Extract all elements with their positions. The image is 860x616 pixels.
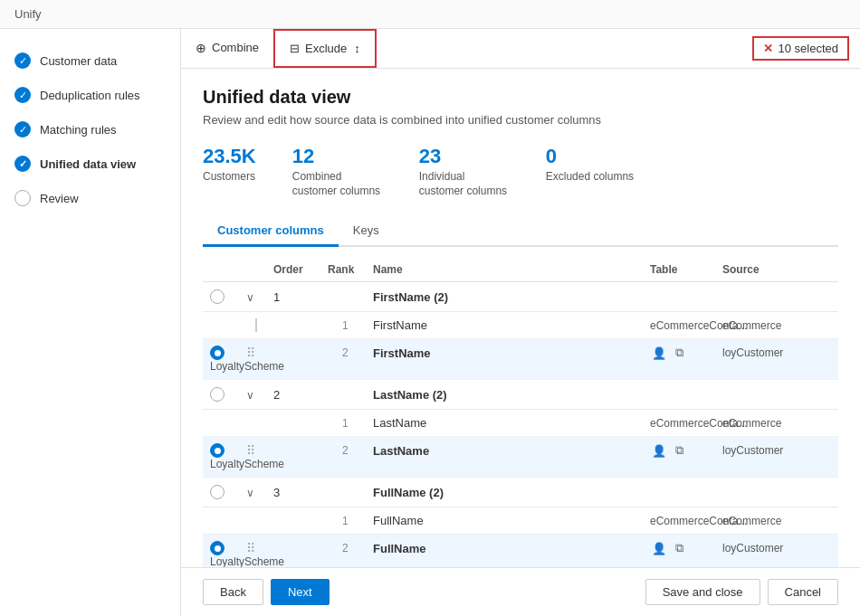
tab-keys[interactable]: Keys — [339, 216, 394, 247]
group-radio-3[interactable] — [210, 485, 246, 499]
group-order-1: 1 — [273, 290, 328, 304]
sub-rank-3-1: 1 — [328, 515, 373, 527]
stat-customers-label: Customers — [203, 170, 256, 185]
combine-button[interactable]: ⊕ Combine — [181, 29, 273, 68]
copy-icon[interactable]: ⧉ — [675, 443, 683, 458]
stat-combined: 12 Combined customer columns — [292, 145, 383, 198]
page-content: Unified data view Review and edit how so… — [181, 69, 860, 567]
tab-customer-columns-label: Customer columns — [217, 223, 324, 237]
sidebar-item-review[interactable]: Review — [0, 181, 180, 215]
stat-customers: 23.5K Customers — [203, 145, 256, 198]
group-chevron-1[interactable]: ∨ — [246, 290, 273, 304]
drag-icon[interactable]: ⠿ — [246, 541, 255, 555]
sidebar-item-customer-data[interactable]: ✓ Customer data — [0, 43, 180, 78]
group-name-1: FirstName (2) — [373, 290, 650, 304]
radio-circle-checked[interactable] — [210, 346, 225, 360]
group-radio-1[interactable] — [210, 289, 246, 304]
combine-label: Combine — [212, 41, 259, 54]
sub-table-2-1: eCommerceContа... — [650, 417, 722, 430]
stat-individual-value: 23 — [419, 145, 510, 168]
table-row: ⠿ 2 LastName 👤 ⧉ loyCustomer LoyaltySche… — [203, 437, 838, 478]
footer-left: Back Next — [203, 579, 330, 605]
sidebar-label-matching: Matching rules — [40, 123, 117, 137]
app-title-text: Unify — [14, 7, 42, 21]
page-title: Unified data view — [203, 87, 838, 108]
tab-keys-label: Keys — [353, 223, 379, 237]
back-button[interactable]: Back — [203, 579, 263, 605]
combine-icon: ⊕ — [196, 41, 206, 55]
app-container: Unify ✓ Customer data ✓ Deduplication ru… — [0, 0, 860, 616]
radio-circle[interactable] — [210, 485, 225, 499]
sub-radio-1-2[interactable] — [210, 346, 246, 360]
sidebar-item-matching-rules[interactable]: ✓ Matching rules — [0, 112, 180, 147]
copy-icon[interactable]: ⧉ — [675, 541, 683, 555]
tab-bar: Customer columns Keys — [203, 216, 838, 247]
check-icon-matching: ✓ — [14, 121, 31, 137]
sub-radio-2-2[interactable] — [210, 443, 246, 458]
footer: Back Next Save and close Cancel — [181, 567, 860, 616]
check-icon-unified: ✓ — [14, 156, 31, 172]
sub-drag-1-2[interactable]: ⠿ — [246, 346, 273, 360]
sub-name-1-1: FirstName — [373, 318, 650, 332]
stat-combined-label: Combined customer columns — [292, 170, 383, 198]
group-radio-2[interactable] — [210, 387, 246, 402]
sub-name-3-2: FullName — [373, 542, 650, 555]
table-row: 1 LastName eCommerceContа... eCommerce — [203, 410, 838, 437]
chevron-down-icon[interactable]: ∨ — [246, 291, 254, 304]
chevron-down-icon[interactable]: ∨ — [246, 487, 254, 499]
copy-icon[interactable]: ⧉ — [675, 346, 683, 360]
sidebar-item-dedup-rules[interactable]: ✓ Deduplication rules — [0, 78, 180, 112]
page-subtitle: Review and edit how source data is combi… — [203, 113, 838, 127]
col-source: Source — [722, 263, 831, 276]
sidebar-label-unified: Unified data view — [40, 157, 136, 171]
toolbar-right: ✕ 10 selected — [741, 36, 861, 61]
radio-circle-checked[interactable] — [210, 541, 225, 555]
sub-actions-1-2: 👤 ⧉ — [650, 346, 722, 360]
next-label: Next — [288, 585, 312, 599]
sub-drag-3-2[interactable]: ⠿ — [246, 541, 273, 555]
sub-source-1-1: eCommerce — [722, 319, 831, 332]
radio-circle[interactable] — [210, 387, 225, 402]
group-order-3: 3 — [273, 486, 328, 499]
person-icon[interactable]: 👤 — [652, 346, 666, 360]
stat-excluded-value: 0 — [546, 145, 634, 168]
cursor-indicator: ↕ — [354, 42, 360, 55]
group-chevron-2[interactable]: ∨ — [246, 388, 273, 402]
toolbar: ⊕ Combine ⊟ Exclude ↕ ✕ 10 selected — [181, 29, 860, 69]
sub-rank-2-1: 1 — [328, 417, 373, 430]
sub-name-3-1: FullName — [373, 514, 650, 527]
next-button[interactable]: Next — [271, 579, 330, 605]
selected-badge[interactable]: ✕ 10 selected — [752, 36, 850, 61]
sub-source-2-1: eCommerce — [722, 417, 831, 430]
tab-customer-columns[interactable]: Customer columns — [203, 216, 339, 247]
group-name-3: FullName (2) — [373, 486, 650, 499]
drag-icon[interactable]: ⠿ — [246, 443, 255, 458]
stats-row: 23.5K Customers 12 Combined customer col… — [203, 145, 838, 198]
group-chevron-3[interactable]: ∨ — [246, 486, 273, 499]
person-icon[interactable]: 👤 — [652, 542, 666, 555]
stat-individual: 23 Individual customer columns — [419, 145, 510, 198]
drag-icon[interactable]: ⠿ — [246, 346, 255, 360]
sub-table-3-2: loyCustomer — [722, 542, 831, 554]
cancel-button[interactable]: Cancel — [768, 579, 838, 605]
group-order-2: 2 — [273, 388, 328, 402]
sub-source-3-1: eCommerce — [722, 515, 831, 527]
stat-excluded-label: Excluded columns — [546, 170, 634, 185]
sidebar-item-unified-view[interactable]: ✓ Unified data view — [0, 147, 180, 181]
radio-circle-checked[interactable] — [210, 443, 225, 458]
save-close-button[interactable]: Save and close — [645, 579, 760, 605]
sub-radio-3-2[interactable] — [210, 541, 246, 555]
radio-circle[interactable] — [210, 289, 225, 304]
sub-drag-2-2[interactable]: ⠿ — [246, 443, 273, 458]
person-icon[interactable]: 👤 — [652, 444, 666, 458]
chevron-down-icon[interactable]: ∨ — [246, 389, 254, 402]
col-table: Table — [650, 263, 722, 276]
table-row: ∨ 1 FirstName (2) — [203, 282, 838, 312]
sidebar-label-review: Review — [40, 192, 79, 205]
table-body: ∨ 1 FirstName (2) 1 FirstName — [203, 282, 838, 567]
exclude-button[interactable]: ⊟ Exclude ↕ — [273, 29, 377, 68]
table-row: 1 FullName eCommerceContа... eCommerce — [203, 507, 838, 535]
cancel-label: Cancel — [785, 585, 821, 599]
stat-combined-value: 12 — [292, 145, 383, 168]
stat-individual-label: Individual customer columns — [419, 170, 510, 198]
